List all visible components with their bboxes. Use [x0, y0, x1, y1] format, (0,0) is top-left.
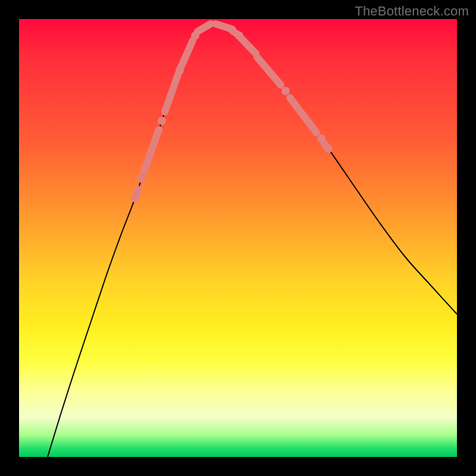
overlay-dot: [281, 87, 290, 95]
overlay-dot: [191, 32, 199, 40]
overlay-dot: [317, 134, 325, 143]
overlay-dot: [137, 174, 145, 183]
overlay-segment: [215, 24, 230, 29]
overlay-segment: [144, 130, 159, 171]
overlay-segment: [181, 40, 193, 67]
overlay-dot: [324, 145, 333, 153]
chart-frame: TheBottleneck.com: [0, 0, 476, 476]
bottleneck-curve: [48, 23, 457, 457]
overlay-dot: [228, 26, 236, 34]
plot-area: [19, 19, 457, 457]
overlay-segments: [135, 24, 327, 198]
overlay-dot: [176, 66, 184, 74]
overlay-segment: [240, 37, 256, 54]
overlay-segment: [257, 57, 281, 85]
overlay-segment: [290, 98, 317, 133]
overlay-segment: [165, 73, 178, 112]
overlay-dot: [131, 194, 139, 202]
curve-svg: [19, 19, 457, 457]
overlay-dot: [158, 117, 166, 125]
overlay-segment: [198, 24, 211, 32]
watermark-text: TheBottleneck.com: [355, 4, 469, 19]
overlay-dot: [235, 32, 243, 40]
